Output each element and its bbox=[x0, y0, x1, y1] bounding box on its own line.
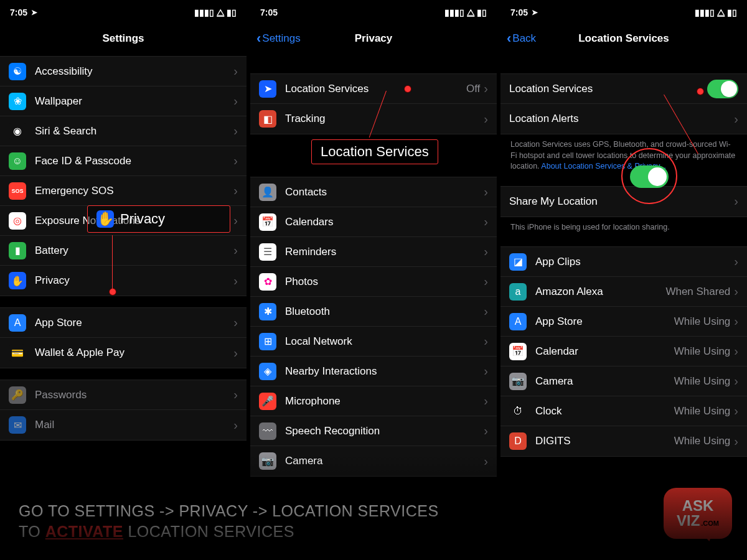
exposure-notifications-icon: ◎ bbox=[9, 212, 26, 230]
row-label: Privacy bbox=[35, 274, 233, 287]
settings-row-app-store[interactable]: AApp Store› bbox=[0, 308, 247, 338]
privacy-row-local-network[interactable]: ⊞Local Network› bbox=[250, 327, 497, 357]
row-label: Contacts bbox=[285, 186, 484, 198]
chevron-right-icon: › bbox=[484, 454, 488, 469]
settings-row-emergency-sos[interactable]: SOSEmergency SOS› bbox=[0, 176, 247, 206]
location-arrow-icon: ➤ bbox=[532, 8, 538, 17]
battery-icon: ▮▯ bbox=[477, 7, 487, 17]
digits-icon: D bbox=[509, 432, 527, 450]
row-label: Speech Recognition bbox=[285, 425, 484, 437]
settings-row-wallpaper[interactable]: ❀Wallpaper› bbox=[0, 86, 247, 116]
chevron-right-icon: › bbox=[734, 404, 738, 418]
tracking-icon: ◧ bbox=[259, 110, 276, 128]
location-services-toggle[interactable] bbox=[707, 80, 738, 98]
row-label: Wallet & Apple Pay bbox=[35, 347, 233, 359]
settings-row-accessibility[interactable]: ☯Accessibility› bbox=[0, 57, 247, 86]
row-label: Mail bbox=[35, 419, 233, 431]
settings-row-wallet-apple-pay[interactable]: 💳Wallet & Apple Pay› bbox=[0, 338, 247, 368]
signal-icon: ▮▮▮▯ bbox=[695, 7, 715, 17]
settings-group: ☯Accessibility›❀Wallpaper›◉Siri & Search… bbox=[0, 56, 247, 296]
ls-app-row-amazon-alexa[interactable]: aAmazon AlexaWhen Shared› bbox=[500, 277, 747, 307]
nav-title: Privacy bbox=[355, 32, 393, 45]
privacy-row-speech-recognition[interactable]: 〰Speech Recognition› bbox=[250, 416, 497, 446]
privacy-row-tracking[interactable]: ◧Tracking› bbox=[250, 104, 497, 134]
face-id-passcode-icon: ☺ bbox=[9, 152, 26, 170]
ls-group-top: Location Services Location Alerts › bbox=[500, 73, 747, 134]
row-label: Camera bbox=[535, 375, 674, 388]
ls-app-row-clock[interactable]: ⏱ClockWhile Using› bbox=[500, 396, 747, 426]
settings-group: 🔑Passwords›✉Mail› bbox=[0, 380, 247, 441]
canvas: 7:05 ➤ ▮▮▮▯ ⧋ ▮▯ Settings ☯Accessibility… bbox=[0, 0, 747, 560]
photos-icon: ✿ bbox=[259, 273, 276, 291]
row-label: Nearby Interactions bbox=[285, 365, 484, 378]
privacy-row-photos[interactable]: ✿Photos› bbox=[250, 267, 497, 297]
chevron-left-icon: ‹ bbox=[256, 30, 261, 47]
row-label: App Store bbox=[35, 317, 233, 329]
chevron-right-icon: › bbox=[484, 215, 488, 229]
privacy-row-bluetooth[interactable]: ✱Bluetooth› bbox=[250, 297, 497, 327]
nav-title: Location Services bbox=[578, 32, 669, 45]
badge-line2: VIZ bbox=[677, 513, 700, 528]
ls-app-row-camera[interactable]: 📷CameraWhile Using› bbox=[500, 366, 747, 396]
mail-icon: ✉ bbox=[9, 416, 26, 434]
row-share-my-location[interactable]: Share My Location › bbox=[500, 187, 747, 217]
settings-row-siri-search[interactable]: ◉Siri & Search› bbox=[0, 116, 247, 146]
row-label: Calendars bbox=[285, 216, 484, 228]
row-label: Clock bbox=[535, 405, 674, 418]
ls-group-share: Share My Location › bbox=[500, 186, 747, 217]
row-value: While Using bbox=[674, 405, 731, 418]
back-label: Back bbox=[512, 32, 536, 45]
row-label: App Clips bbox=[535, 256, 734, 268]
privacy-row-contacts[interactable]: 👤Contacts› bbox=[250, 177, 497, 207]
wallpaper-icon: ❀ bbox=[9, 93, 26, 110]
row-location-services[interactable]: Location Services bbox=[500, 74, 747, 104]
calendars-icon: 📅 bbox=[259, 213, 276, 231]
privacy-icon: ✋ bbox=[9, 272, 26, 289]
row-label: Bluetooth bbox=[285, 306, 484, 318]
statusbar: 7:05 ▮▮▮▯ ⧋ ▮▯ bbox=[250, 0, 497, 25]
settings-row-privacy[interactable]: ✋Privacy› bbox=[0, 266, 247, 296]
chevron-right-icon: › bbox=[233, 418, 238, 432]
settings-row-face-id-passcode[interactable]: ☺Face ID & Passcode› bbox=[0, 146, 247, 176]
back-label: Settings bbox=[262, 32, 300, 45]
row-label: Location Services bbox=[509, 83, 707, 95]
chevron-right-icon: › bbox=[484, 245, 488, 259]
screen-settings: 7:05 ➤ ▮▮▮▯ ⧋ ▮▯ Settings ☯Accessibility… bbox=[0, 0, 247, 560]
emergency-sos-icon: SOS bbox=[9, 182, 26, 200]
row-value: While Using bbox=[674, 435, 731, 447]
settings-row-passwords[interactable]: 🔑Passwords› bbox=[0, 380, 247, 410]
row-label: Battery bbox=[35, 245, 233, 257]
speech-recognition-icon: 〰 bbox=[259, 422, 276, 440]
ls-app-row-app-clips[interactable]: ◪App Clips› bbox=[500, 247, 747, 277]
wallet-apple-pay-icon: 💳 bbox=[9, 344, 26, 362]
wifi-icon: ⧋ bbox=[217, 7, 224, 18]
clock-icon: ⏱ bbox=[509, 403, 527, 420]
chevron-right-icon: › bbox=[233, 64, 238, 78]
about-ls-privacy-link[interactable]: About Location Services & Privacy... bbox=[541, 162, 666, 170]
chevron-right-icon: › bbox=[734, 344, 738, 358]
row-location-alerts[interactable]: Location Alerts › bbox=[500, 104, 747, 134]
calendar-icon: 📅 bbox=[509, 343, 527, 360]
privacy-group-top: ➤Location ServicesOff›◧Tracking› bbox=[250, 73, 497, 134]
settings-list: ☯Accessibility›❀Wallpaper›◉Siri & Search… bbox=[0, 56, 247, 441]
back-button[interactable]: ‹ Back bbox=[507, 30, 536, 47]
privacy-row-microphone[interactable]: 🎤Microphone› bbox=[250, 386, 497, 416]
back-button[interactable]: ‹ Settings bbox=[256, 30, 301, 47]
privacy-row-nearby-interactions[interactable]: ◈Nearby Interactions› bbox=[250, 357, 497, 386]
chevron-right-icon: › bbox=[233, 154, 238, 168]
privacy-row-reminders[interactable]: ☰Reminders› bbox=[250, 237, 497, 267]
ls-app-row-digits[interactable]: DDIGITSWhile Using› bbox=[500, 426, 747, 456]
settings-row-mail[interactable]: ✉Mail› bbox=[0, 410, 247, 440]
share-note: This iPhone is being used for location s… bbox=[500, 217, 747, 236]
status-right: ▮▮▮▯ ⧋ ▮▯ bbox=[695, 7, 737, 18]
privacy-row-location-services[interactable]: ➤Location ServicesOff› bbox=[250, 74, 497, 104]
bluetooth-icon: ✱ bbox=[259, 303, 276, 320]
privacy-group-rest: 👤Contacts›📅Calendars›☰Reminders›✿Photos›… bbox=[250, 177, 497, 477]
privacy-row-camera[interactable]: 📷Camera› bbox=[250, 446, 497, 476]
privacy-row-calendars[interactable]: 📅Calendars› bbox=[250, 207, 497, 237]
ls-app-row-calendar[interactable]: 📅CalendarWhile Using› bbox=[500, 337, 747, 366]
ls-app-row-app-store[interactable]: AApp StoreWhile Using› bbox=[500, 307, 747, 337]
settings-row-exposure-notifications[interactable]: ◎Exposure Notifications› bbox=[0, 206, 247, 236]
chevron-right-icon: › bbox=[233, 184, 238, 198]
settings-row-battery[interactable]: ▮Battery› bbox=[0, 236, 247, 266]
